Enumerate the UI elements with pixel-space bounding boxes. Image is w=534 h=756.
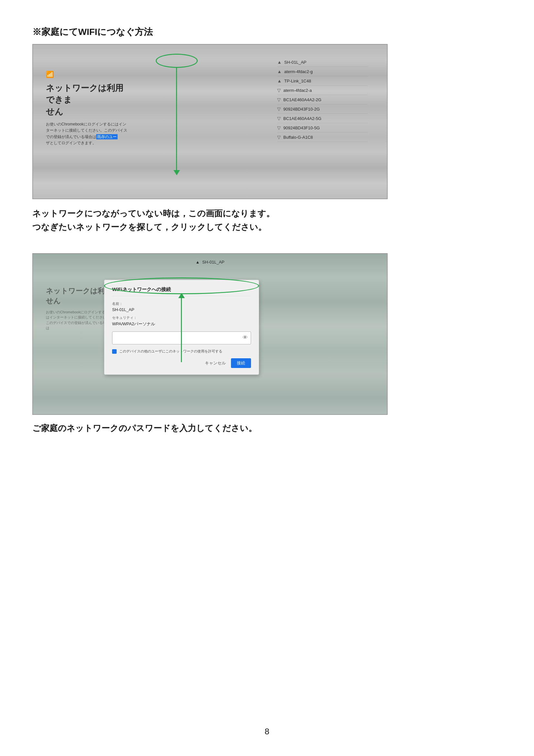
wifi-icon-left: 📶 bbox=[46, 70, 130, 78]
network-item-aterm-g[interactable]: ▲ aterm-4fdac2-g bbox=[277, 67, 368, 76]
checkbox-label: このデバイスの他のユーザにこのネットワークの使用を許可する bbox=[119, 349, 222, 354]
network-name-909-5g: 90924BD43F10-5G bbox=[283, 125, 320, 130]
allow-others-checkbox[interactable] bbox=[112, 349, 116, 354]
screenshot-1: 📶 ネットワークは利用できません お使いのChromebookにログインするには… bbox=[32, 44, 388, 199]
network-name-909-2g: 90924BD43F10-2G bbox=[283, 107, 320, 112]
annotation-arrow-2 bbox=[181, 297, 182, 362]
network-item-909-5g[interactable]: ▽ 90924BD43F10-5G bbox=[277, 123, 368, 133]
faded-no-network-title: ネットワークは利せん bbox=[46, 286, 111, 306]
wifi-signal-icon-8: ▽ bbox=[277, 125, 281, 130]
page-number: 8 bbox=[265, 727, 269, 737]
network-list: ▲ SH-01L_AP ▲ aterm-4fdac2-g ▲ TP-Link_1… bbox=[277, 58, 368, 142]
section-title: ※家庭にてWIFIにつなぐ方法 bbox=[32, 26, 153, 38]
eye-icon[interactable]: 👁 bbox=[242, 335, 248, 340]
faded-no-network-desc: お使いのChromebookにログインするにはインターネットに接続してください。… bbox=[46, 310, 111, 331]
screenshot-2: ▲ SH-01L_AP ネットワークは利せん お使いのChromebookにログ… bbox=[32, 253, 388, 415]
wifi-signal-icon-7: ▽ bbox=[277, 116, 281, 121]
wifi-signal-icon-6: ▽ bbox=[277, 106, 281, 112]
network-name-bc1ae-2g: BC1AE460A4A2-2G bbox=[283, 97, 321, 102]
cancel-button[interactable]: キャンセル bbox=[205, 358, 226, 368]
network-name-aterm-g: aterm-4fdac2-g bbox=[284, 69, 313, 74]
network-item-tplink[interactable]: ▲ TP-Link_1C48 bbox=[277, 76, 368, 86]
wifi-signal-icon-4: ▽ bbox=[277, 88, 281, 93]
network-name-top-bar: SH-01L_AP bbox=[202, 260, 224, 264]
wifi-top-bar: ▲ SH-01L_AP bbox=[195, 260, 224, 264]
network-item-sh01l[interactable]: ▲ SH-01L_AP bbox=[277, 58, 368, 67]
network-item-buffalo[interactable]: ▽ Buffalo-G-A1C8 bbox=[277, 133, 368, 142]
network-item-bc1ae-2g[interactable]: ▽ BC1AE460A4A2-2G bbox=[277, 95, 368, 104]
network-name-sh01l: SH-01L_AP bbox=[284, 60, 307, 65]
network-item-bc1ae-5g[interactable]: ▽ BC1AE460A4A2-5G bbox=[277, 114, 368, 123]
wifi-icon-top-bar: ▲ bbox=[195, 260, 200, 264]
wifi-signal-icon-3: ▲ bbox=[277, 78, 282, 83]
network-name-bc1ae-5g: BC1AE460A4A2-5G bbox=[283, 116, 321, 121]
caption-1-line2: つなぎたいネットワークを探して，クリックしてください。 bbox=[32, 222, 267, 232]
network-name-buffalo: Buffalo-G-A1C8 bbox=[283, 135, 313, 140]
network-name-aterm-a: aterm-4fdac2-a bbox=[283, 88, 312, 93]
network-name-tplink: TP-Link_1C48 bbox=[284, 79, 311, 83]
annotation-circle-sh01l bbox=[156, 54, 198, 68]
network-item-909-2g[interactable]: ▽ 90924BD43F10-2G bbox=[277, 104, 368, 114]
annotation-arrow-1 bbox=[176, 67, 177, 171]
no-network-desc: お使いのChromebookにログインするにはインターネットに接続してください。… bbox=[46, 121, 130, 146]
caption-1-line1: ネットワークにつながっていない時は，この画面になります。 bbox=[32, 208, 275, 218]
connect-button[interactable]: 接続 bbox=[231, 358, 251, 368]
wifi-signal-icon-2: ▲ bbox=[277, 69, 282, 74]
left-panel-2: ネットワークは利せん お使いのChromebookにログインするにはインターネッ… bbox=[46, 286, 111, 331]
wifi-signal-icon: ▲ bbox=[277, 60, 282, 65]
no-network-title: ネットワークは利用できません bbox=[46, 82, 130, 117]
caption-1: ネットワークにつながっていない時は，この画面になります。 つなぎたいネットワーク… bbox=[32, 207, 388, 234]
left-panel-1: 📶 ネットワークは利用できません お使いのChromebookにログインするには… bbox=[46, 70, 130, 146]
caption-2: ご家庭のネットワークのパスワードを入力してください。 bbox=[32, 423, 388, 434]
wifi-signal-icon-9: ▽ bbox=[277, 135, 281, 140]
network-item-aterm-a[interactable]: ▽ aterm-4fdac2-a bbox=[277, 86, 368, 95]
wifi-signal-icon-5: ▽ bbox=[277, 97, 281, 102]
